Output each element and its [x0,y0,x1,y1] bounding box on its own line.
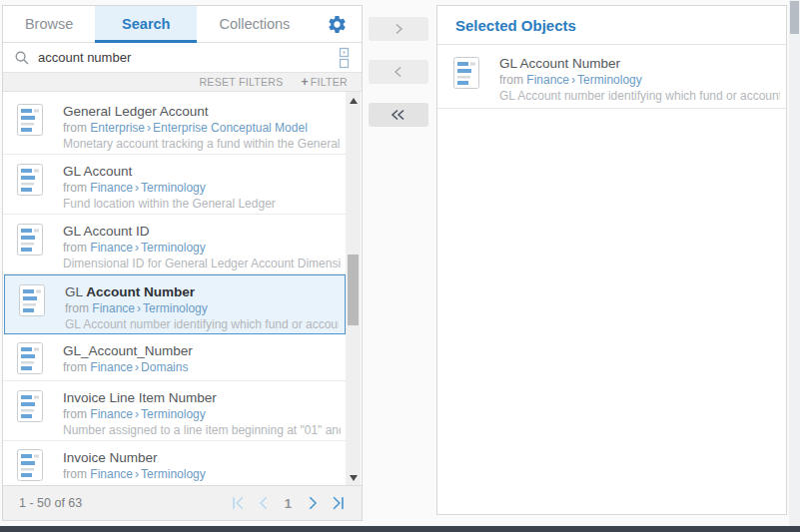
crumb-separator: › [135,241,139,255]
breadcrumb: from Enterprise›Enterprise Conceptual Mo… [63,120,341,136]
crumb-link[interactable]: Finance [526,73,569,87]
selected-objects-header: Selected Objects [437,6,786,45]
item-title: Invoice Line Item Number [63,389,341,406]
item-description: Dimensional ID for General Ledger Accoun… [63,256,341,271]
first-page-icon[interactable] [231,496,245,510]
remove-all-button[interactable] [369,103,428,127]
crumb-link[interactable]: Finance [90,241,133,255]
panel-title: Selected Objects [455,17,576,34]
scrollbar-thumb[interactable] [348,255,359,325]
selected-objects-panel: Selected Objects GL Account Number from … [436,5,787,515]
item-title: Invoice Number [63,449,341,466]
search-icon [15,51,29,65]
settings-button[interactable] [312,6,362,42]
list-item[interactable]: Invoice Line Item Number from Finance›Te… [3,381,347,441]
term-document-icon [453,57,479,89]
crumb-link[interactable]: Finance [90,407,133,421]
breadcrumb: from Finance›Terminology [499,72,780,88]
crumb-link[interactable]: Terminology [141,181,206,195]
breadcrumb: from Finance›Terminology [63,406,341,422]
filter-bar: RESET FILTERS +FILTER [3,73,362,92]
breadcrumb: from Finance›Terminology [63,466,341,482]
list-item[interactable]: General Ledger Account from Enterprise›E… [3,95,347,155]
item-description: Monetary account tracking a fund within … [63,136,341,152]
item-title: GL Account Number [499,55,780,72]
pagination-bar: 1 - 50 of 63 1 [3,485,362,520]
crumb-separator: › [135,181,139,195]
item-title: GL Account Number [65,283,339,300]
crumb-link[interactable]: Terminology [141,241,206,255]
breadcrumb: from Finance›Domains [63,359,341,375]
term-document-icon [17,164,43,196]
term-document-icon [17,104,43,136]
term-document-icon [17,224,43,256]
reset-filters-link[interactable]: RESET FILTERS [199,76,283,88]
list-scrollbar[interactable] [346,92,361,487]
crumb-link[interactable]: Enterprise [90,121,145,135]
search-match-highlight: Account Number [86,284,195,299]
item-description: GL Account number identifying which fund… [65,316,339,332]
move-right-icon [393,23,404,35]
list-item[interactable]: GL Account from Finance›Terminology Fund… [3,155,347,215]
gear-icon [327,14,348,35]
list-item[interactable]: GL Account ID from Finance›Terminology D… [3,215,347,274]
term-document-icon [19,284,45,316]
scroll-up-icon[interactable] [346,94,361,108]
move-left-button[interactable] [369,60,428,84]
next-page-icon[interactable] [306,496,320,510]
plus-icon: + [301,75,308,89]
list-item[interactable]: GL_Account_Number from Finance›Domains [3,334,347,381]
item-description: Number assigned to a line item beginning… [63,422,341,438]
search-bar [3,43,362,73]
panel-tabs: Browse Search Collections [3,6,362,43]
results-list: General Ledger Account from Enterprise›E… [3,92,347,487]
pagination-controls: 1 [231,496,346,511]
prev-page-icon[interactable] [257,496,271,510]
object-picker-dialog: Browse Search Collections RESET FILTERS [0,0,800,532]
list-item-selected[interactable]: GL Account Number from Finance›Terminolo… [4,274,346,334]
crumb-link[interactable]: Terminology [577,73,642,87]
tab-search[interactable]: Search [95,6,197,42]
item-title: General Ledger Account [63,103,341,120]
match-options-icon[interactable] [339,47,350,69]
page-scrollbar-thumb[interactable] [790,1,799,34]
add-filter-link[interactable]: +FILTER [301,75,348,89]
breadcrumb: from Finance›Terminology [65,300,339,316]
scroll-down-icon[interactable] [346,471,361,485]
term-document-icon [17,390,43,422]
selected-object-item[interactable]: GL Account Number from Finance›Terminolo… [437,45,786,109]
crumb-separator: › [137,301,141,315]
window-bottom-edge [0,526,800,532]
crumb-link[interactable]: Enterprise Conceptual Model [153,121,308,135]
tab-browse[interactable]: Browse [3,6,95,42]
crumb-link[interactable]: Terminology [141,407,206,421]
item-title: GL Account ID [63,223,341,240]
list-item[interactable]: Invoice Number from Finance›Terminology [3,441,347,487]
crumb-link[interactable]: Finance [92,301,135,315]
item-description: Fund location within the General Ledger [63,196,341,212]
breadcrumb: from Finance›Terminology [63,180,341,196]
crumb-link[interactable]: Domains [141,360,188,374]
crumb-separator: › [135,407,139,421]
crumb-link[interactable]: Terminology [143,301,208,315]
last-page-icon[interactable] [332,496,346,510]
item-title: GL_Account_Number [63,342,341,359]
term-document-icon [17,342,43,374]
crumb-link[interactable]: Terminology [141,467,206,481]
breadcrumb: from Finance›Terminology [63,240,341,256]
crumb-separator: › [135,360,139,374]
search-input[interactable] [38,50,331,65]
crumb-link[interactable]: Finance [90,360,133,374]
remove-all-icon [391,109,406,121]
crumb-separator: › [135,467,139,481]
tab-collections[interactable]: Collections [197,6,312,42]
result-range-label: 1 - 50 of 63 [19,496,82,510]
page-scrollbar[interactable] [789,0,800,526]
crumb-link[interactable]: Finance [90,467,133,481]
crumb-separator: › [147,121,151,135]
crumb-separator: › [571,73,575,87]
current-page-number[interactable]: 1 [283,496,294,511]
move-right-button[interactable] [369,17,428,41]
crumb-link[interactable]: Finance [90,181,133,195]
term-document-icon [17,449,43,481]
